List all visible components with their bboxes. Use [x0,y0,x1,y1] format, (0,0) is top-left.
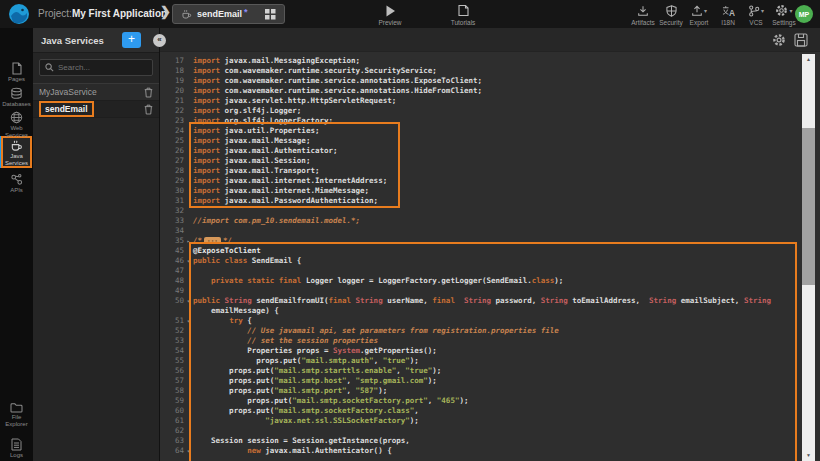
search-box [39,59,153,76]
java-service-icon [181,9,192,20]
search-icon [45,63,54,72]
code-line[interactable]: 51▾ try { [160,316,820,326]
service-row-sendemail[interactable]: sendEmail [33,101,159,118]
scrollbar-thumb[interactable] [802,128,815,285]
code-line[interactable]: 17import javax.mail.MessagingException; [160,56,820,66]
logs-doc-icon [0,438,33,451]
code-line[interactable]: 62 [160,426,820,436]
editor-settings-gear-icon[interactable] [772,33,786,47]
grid-icon[interactable] [265,9,276,20]
code-line[interactable]: 50▾public String sendEmailfromUI(final S… [160,296,820,306]
panel-title: Java Services [41,35,104,46]
unsaved-indicator: * [244,7,248,17]
service-row-myjavaservice[interactable]: MyJavaService [33,84,159,101]
code-line[interactable]: 27import javax.mail.Session; [160,156,820,166]
sidebar-item-databases[interactable]: Databases [0,87,33,108]
gear-icon [775,4,788,17]
code-line[interactable]: 55 props.put("mail.smtp.auth", "true"); [160,356,820,366]
code-line[interactable]: 57 props.put("mail.smtp.host", "smtp.gma… [160,376,820,386]
chevron-down-icon: ▾ [789,7,792,14]
left-sidebar: Pages Databases Web Services [0,28,33,461]
branch-icon [748,5,760,17]
code-line[interactable]: 60 props.put("mail.smtp.socketFactory.cl… [160,406,820,416]
api-nodes-icon [0,173,33,186]
code-line[interactable]: 30import javax.mail.internet.MimeMessage… [160,186,820,196]
wavemaker-ide: Project:My First Application ❯ sendEmail… [0,0,820,461]
code-line[interactable]: 20import com.wavemaker.runtime.service.a… [160,86,820,96]
tab-label: sendEmail [197,9,242,19]
search-input[interactable] [58,63,148,72]
trash-icon[interactable] [144,87,153,98]
wavemaker-logo-icon[interactable] [8,3,30,25]
scroll-up-arrow-icon[interactable]: ▲ [802,54,815,65]
java-coffee-icon [0,140,33,152]
project-name: My First Application [72,8,167,19]
folder-icon [0,402,33,413]
collapse-panel-button[interactable]: « [153,34,166,47]
tutorials-button[interactable]: Tutorials [443,4,483,26]
code-line[interactable]: 32 [160,206,820,216]
top-bar: Project:My First Application ❯ sendEmail… [0,0,820,28]
code-line[interactable]: emailMessage) { [160,306,820,316]
sidebar-item-web-services[interactable]: Web Services [0,111,33,139]
code-line[interactable]: 22import org.slf4j.Logger; [160,106,820,116]
code-line[interactable]: 52 // Use javamail api, set parameters f… [160,326,820,336]
code-editor: 17import javax.mail.MessagingException;1… [160,28,820,461]
code-line[interactable]: 28import javax.mail.Transport; [160,166,820,176]
code-line[interactable]: 34 [160,226,820,236]
scroll-down-arrow-icon[interactable]: ▼ [802,450,815,461]
code-line[interactable]: 63 Session session = Session.getInstance… [160,436,820,446]
code-line[interactable]: 26import javax.mail.Authenticator; [160,146,820,156]
code-line[interactable]: 48 private static final Logger logger = … [160,276,820,286]
code-line[interactable]: 49 [160,286,820,296]
code-area[interactable]: 17import javax.mail.MessagingException;1… [160,52,820,461]
panel-header: Java Services + « [33,28,159,53]
play-icon [370,4,410,17]
user-avatar[interactable]: MP [795,5,813,23]
breadcrumb-chevron-icon: ❯ [160,4,171,19]
code-line[interactable]: 35▸/*···*/ [160,236,820,246]
code-line[interactable]: 18import com.wavemaker.runtime.security.… [160,66,820,76]
preview-button[interactable]: Preview [370,4,410,26]
code-line[interactable]: 33//import com.pm_10.sendemail.model.*; [160,216,820,226]
editor-toolbar [160,28,820,52]
chevron-down-icon: ▾ [704,7,707,14]
code-line[interactable]: 53 // set the session properties [160,336,820,346]
globe-icon [0,111,33,124]
code-line[interactable]: 23import org.slf4j.LoggerFactory; [160,116,820,126]
sidebar-item-java-services[interactable]: Java Services [0,140,33,167]
code-line[interactable]: 58 props.put("mail.smtp.port", "587"); [160,386,820,396]
svg-text:A: A [728,8,734,17]
code-line[interactable]: 64▾ new javax.mail.Authenticator() { [160,446,820,456]
code-line[interactable]: 31import javax.mail.PasswordAuthenticati… [160,196,820,206]
add-service-button[interactable]: + [122,32,141,48]
code-line[interactable]: 29import javax.mail.internet.InternetAdd… [160,176,820,186]
save-file-icon[interactable] [794,33,808,47]
code-line[interactable]: 19import com.wavemaker.runtime.service.a… [160,76,820,86]
code-line[interactable]: 56 props.put("mail.smtp.starttls.enable"… [160,366,820,376]
code-lines: 17import javax.mail.MessagingException;1… [160,56,820,456]
java-services-panel: Java Services + « MyJavaService [33,28,160,461]
sidebar-item-file-explorer[interactable]: File Explorer [0,402,33,428]
vertical-scrollbar[interactable]: ▲ ▼ [802,54,815,461]
code-line[interactable]: 46▾public class SendEmail { [160,256,820,266]
code-line[interactable]: 59 props.put("mail.smtp.socketFactory.po… [160,396,820,406]
export-upload-icon [691,5,703,17]
project-breadcrumb: Project:My First Application [38,8,167,19]
database-icon [0,87,33,100]
code-line[interactable]: 61 "javax.net.ssl.SSLSocketFactory"); [160,416,820,426]
code-line[interactable]: 25import javax.mail.Message; [160,136,820,146]
code-line[interactable]: 54 Properties props = System.getProperti… [160,346,820,356]
sidebar-item-apis[interactable]: APIs [0,173,33,194]
trash-icon[interactable] [144,104,153,115]
sidebar-item-logs[interactable]: Logs [0,438,33,459]
tab-sendemail[interactable]: sendEmail * [172,4,285,24]
tutorials-doc-icon [443,4,483,17]
service-list: MyJavaService sendEmail [33,83,159,118]
code-line[interactable]: 21import javax.servlet.http.HttpServletR… [160,96,820,106]
code-line[interactable]: 47 [160,266,820,276]
page-icon [0,62,33,75]
code-line[interactable]: 45@ExposeToClient [160,246,820,256]
sidebar-item-pages[interactable]: Pages [0,62,33,83]
code-line[interactable]: 24import java.util.Properties; [160,126,820,136]
